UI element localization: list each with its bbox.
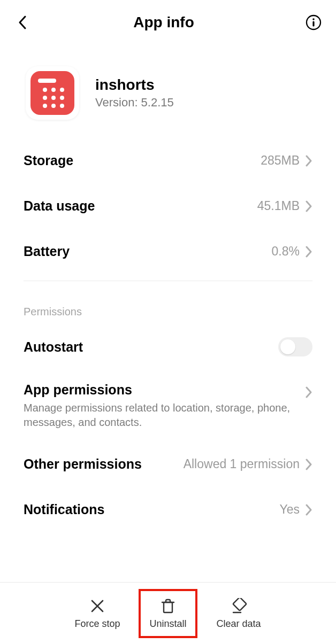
svg-rect-2 bbox=[312, 21, 314, 27]
app-permissions-label: App permissions bbox=[24, 382, 296, 398]
data-usage-label: Data usage bbox=[24, 198, 95, 214]
trash-icon bbox=[161, 598, 175, 614]
clear-data-button[interactable]: Clear data bbox=[209, 589, 268, 638]
notifications-value: Yes bbox=[279, 502, 300, 517]
toggle-knob bbox=[280, 339, 295, 354]
svg-point-1 bbox=[312, 18, 315, 20]
data-usage-row[interactable]: Data usage 45.1MB bbox=[24, 183, 312, 229]
svg-rect-4 bbox=[233, 598, 246, 611]
clear-data-label: Clear data bbox=[216, 618, 261, 630]
eraser-icon bbox=[230, 598, 247, 614]
app-header: inshorts Version: 5.2.15 bbox=[0, 45, 336, 138]
battery-row[interactable]: Battery 0.8% bbox=[24, 229, 312, 274]
other-permissions-label: Other permissions bbox=[24, 456, 142, 472]
other-permissions-row[interactable]: Other permissions Allowed 1 permission bbox=[24, 441, 312, 487]
info-icon bbox=[306, 14, 322, 30]
battery-value: 0.8% bbox=[272, 244, 300, 259]
battery-label: Battery bbox=[24, 244, 70, 259]
autostart-label: Autostart bbox=[24, 339, 83, 355]
autostart-toggle[interactable] bbox=[278, 337, 312, 356]
app-icon bbox=[26, 66, 79, 120]
page-title: App info bbox=[24, 14, 304, 31]
notifications-row[interactable]: Notifications Yes bbox=[24, 487, 312, 532]
chevron-right-icon bbox=[305, 200, 312, 212]
svg-rect-3 bbox=[164, 602, 172, 612]
notifications-label: Notifications bbox=[24, 502, 104, 517]
bottom-bar: Force stop Uninstall Clear data bbox=[0, 582, 336, 644]
info-button[interactable] bbox=[304, 13, 323, 32]
data-usage-value: 45.1MB bbox=[257, 199, 300, 213]
storage-value: 285MB bbox=[261, 153, 300, 168]
app-permissions-row[interactable]: App permissions Manage permissions relat… bbox=[24, 370, 312, 441]
uninstall-label: Uninstall bbox=[149, 618, 186, 630]
chevron-right-icon bbox=[305, 246, 312, 258]
other-permissions-value: Allowed 1 permission bbox=[184, 457, 300, 471]
app-version: Version: 5.2.15 bbox=[95, 96, 174, 110]
close-icon bbox=[90, 599, 105, 614]
app-name: inshorts bbox=[95, 76, 174, 94]
autostart-row: Autostart bbox=[24, 328, 312, 370]
force-stop-label: Force stop bbox=[74, 618, 120, 630]
chevron-right-icon bbox=[305, 155, 312, 167]
app-permissions-subtext: Manage permissions related to location, … bbox=[24, 401, 296, 430]
storage-label: Storage bbox=[24, 153, 73, 168]
storage-row[interactable]: Storage 285MB bbox=[24, 138, 312, 183]
chevron-right-icon bbox=[305, 386, 312, 398]
force-stop-button[interactable]: Force stop bbox=[68, 589, 127, 638]
chevron-right-icon bbox=[305, 504, 312, 516]
permissions-section-label: Permissions bbox=[24, 281, 312, 328]
uninstall-button[interactable]: Uninstall bbox=[139, 589, 197, 638]
chevron-right-icon bbox=[305, 459, 312, 470]
